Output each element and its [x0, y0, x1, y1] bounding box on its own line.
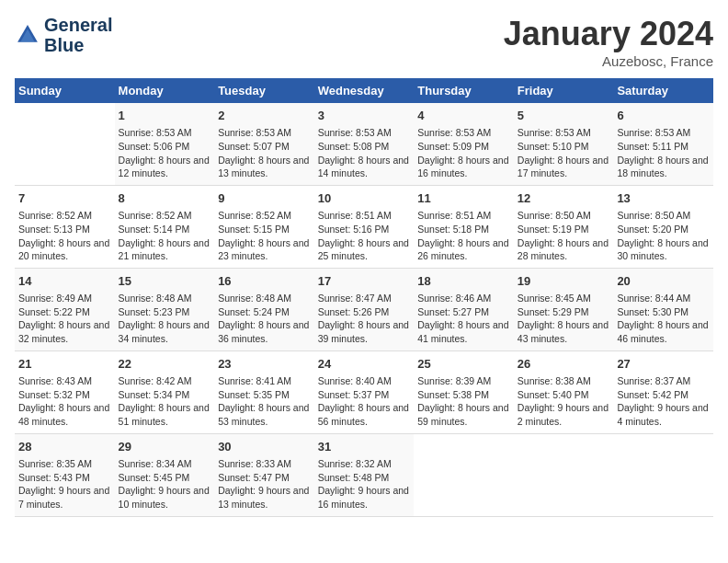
calendar-cell: 14Sunrise: 8:49 AMSunset: 5:22 PMDayligh…: [15, 268, 115, 350]
calendar-cell: 19Sunrise: 8:45 AMSunset: 5:29 PMDayligh…: [514, 268, 614, 350]
calendar-cell: 18Sunrise: 8:46 AMSunset: 5:27 PMDayligh…: [414, 268, 514, 350]
day-number: 4: [417, 108, 510, 124]
calendar-cell: 11Sunrise: 8:51 AMSunset: 5:18 PMDayligh…: [414, 185, 514, 268]
calendar-week-row: 7Sunrise: 8:52 AMSunset: 5:13 PMDaylight…: [15, 185, 713, 268]
day-info: Sunrise: 8:40 AMSunset: 5:37 PMDaylight:…: [318, 374, 411, 429]
day-info: Sunrise: 8:53 AMSunset: 5:08 PMDaylight:…: [318, 126, 411, 180]
page-header: General Blue January 2024 Auzebosc, Fran…: [15, 15, 713, 69]
calendar-cell: [414, 433, 514, 516]
calendar-cell: 17Sunrise: 8:47 AMSunset: 5:26 PMDayligh…: [314, 268, 415, 350]
calendar-cell: 15Sunrise: 8:48 AMSunset: 5:23 PMDayligh…: [115, 268, 215, 350]
day-info: Sunrise: 8:53 AMSunset: 5:07 PMDaylight:…: [218, 126, 311, 180]
location: Auzebosc, France: [504, 53, 713, 69]
day-number: 8: [119, 190, 211, 207]
day-number: 19: [518, 273, 610, 290]
day-info: Sunrise: 8:53 AMSunset: 5:09 PMDaylight:…: [417, 126, 510, 180]
calendar-cell: 8Sunrise: 8:52 AMSunset: 5:14 PMDaylight…: [115, 185, 215, 268]
day-number: 3: [318, 108, 411, 124]
day-info: Sunrise: 8:53 AMSunset: 5:10 PMDaylight:…: [518, 126, 610, 180]
day-info: Sunrise: 8:47 AMSunset: 5:26 PMDaylight:…: [318, 292, 411, 346]
day-number: 17: [318, 273, 411, 290]
calendar-cell: 1Sunrise: 8:53 AMSunset: 5:06 PMDaylight…: [115, 103, 215, 185]
calendar-table: SundayMondayTuesdayWednesdayThursdayFrid…: [15, 78, 713, 517]
calendar-cell: 26Sunrise: 8:38 AMSunset: 5:40 PMDayligh…: [514, 350, 614, 433]
calendar-cell: 22Sunrise: 8:42 AMSunset: 5:34 PMDayligh…: [115, 350, 215, 433]
calendar-week-row: 14Sunrise: 8:49 AMSunset: 5:22 PMDayligh…: [15, 268, 713, 350]
day-number: 25: [417, 356, 510, 373]
day-info: Sunrise: 8:48 AMSunset: 5:23 PMDaylight:…: [119, 292, 211, 346]
day-number: 29: [119, 439, 211, 455]
day-info: Sunrise: 8:53 AMSunset: 5:11 PMDaylight:…: [617, 126, 710, 180]
day-info: Sunrise: 8:46 AMSunset: 5:27 PMDaylight:…: [417, 292, 510, 346]
day-number: 22: [119, 356, 211, 373]
title-block: January 2024 Auzebosc, France: [504, 15, 713, 69]
day-info: Sunrise: 8:52 AMSunset: 5:14 PMDaylight:…: [119, 209, 211, 263]
calendar-cell: 29Sunrise: 8:34 AMSunset: 5:45 PMDayligh…: [115, 433, 215, 516]
day-number: 31: [318, 439, 411, 455]
calendar-cell: 24Sunrise: 8:40 AMSunset: 5:37 PMDayligh…: [314, 350, 415, 433]
day-info: Sunrise: 8:41 AMSunset: 5:35 PMDaylight:…: [218, 374, 311, 429]
day-info: Sunrise: 8:52 AMSunset: 5:13 PMDaylight:…: [18, 209, 111, 263]
header-day: Monday: [115, 78, 215, 103]
calendar-cell: 2Sunrise: 8:53 AMSunset: 5:07 PMDaylight…: [214, 103, 314, 185]
day-number: 18: [417, 273, 510, 290]
calendar-cell: 4Sunrise: 8:53 AMSunset: 5:09 PMDaylight…: [414, 103, 514, 185]
month-title: January 2024: [504, 15, 713, 53]
day-info: Sunrise: 8:43 AMSunset: 5:32 PMDaylight:…: [18, 374, 111, 429]
day-info: Sunrise: 8:51 AMSunset: 5:16 PMDaylight:…: [318, 209, 411, 263]
header-row: SundayMondayTuesdayWednesdayThursdayFrid…: [15, 78, 713, 103]
calendar-cell: 9Sunrise: 8:52 AMSunset: 5:15 PMDaylight…: [214, 185, 314, 268]
calendar-cell: 12Sunrise: 8:50 AMSunset: 5:19 PMDayligh…: [514, 185, 614, 268]
day-info: Sunrise: 8:53 AMSunset: 5:06 PMDaylight:…: [119, 126, 211, 180]
day-number: 27: [617, 356, 710, 373]
calendar-cell: 25Sunrise: 8:39 AMSunset: 5:38 PMDayligh…: [414, 350, 514, 433]
day-number: 16: [218, 273, 311, 290]
day-info: Sunrise: 8:38 AMSunset: 5:40 PMDaylight:…: [518, 374, 610, 429]
calendar-cell: 20Sunrise: 8:44 AMSunset: 5:30 PMDayligh…: [613, 268, 713, 350]
day-number: 14: [18, 273, 111, 290]
day-number: 24: [318, 356, 411, 373]
header-day: Friday: [514, 78, 614, 103]
calendar-cell: 21Sunrise: 8:43 AMSunset: 5:32 PMDayligh…: [15, 350, 115, 433]
calendar-cell: 31Sunrise: 8:32 AMSunset: 5:48 PMDayligh…: [314, 433, 415, 516]
day-number: 30: [218, 439, 311, 455]
calendar-cell: [15, 103, 115, 185]
day-info: Sunrise: 8:35 AMSunset: 5:43 PMDaylight:…: [18, 457, 111, 511]
day-number: 23: [218, 356, 311, 373]
day-number: 12: [518, 190, 610, 207]
day-info: Sunrise: 8:33 AMSunset: 5:47 PMDaylight:…: [218, 457, 311, 511]
day-number: 20: [617, 273, 710, 290]
calendar-week-row: 28Sunrise: 8:35 AMSunset: 5:43 PMDayligh…: [15, 433, 713, 516]
day-number: 7: [18, 190, 111, 207]
day-number: 21: [18, 356, 111, 373]
day-number: 11: [417, 190, 510, 207]
calendar-cell: 6Sunrise: 8:53 AMSunset: 5:11 PMDaylight…: [613, 103, 713, 185]
calendar-week-row: 1Sunrise: 8:53 AMSunset: 5:06 PMDaylight…: [15, 103, 713, 185]
day-info: Sunrise: 8:49 AMSunset: 5:22 PMDaylight:…: [18, 292, 111, 346]
day-info: Sunrise: 8:48 AMSunset: 5:24 PMDaylight:…: [218, 292, 311, 346]
logo: General Blue: [15, 15, 112, 55]
logo-icon: [15, 22, 40, 48]
calendar-cell: [613, 433, 713, 516]
day-number: 15: [119, 273, 211, 290]
day-number: 10: [318, 190, 411, 207]
header-day: Saturday: [613, 78, 713, 103]
calendar-cell: 28Sunrise: 8:35 AMSunset: 5:43 PMDayligh…: [15, 433, 115, 516]
calendar-cell: 7Sunrise: 8:52 AMSunset: 5:13 PMDaylight…: [15, 185, 115, 268]
calendar-cell: [514, 433, 614, 516]
logo-text: General Blue: [44, 15, 112, 55]
calendar-cell: 13Sunrise: 8:50 AMSunset: 5:20 PMDayligh…: [613, 185, 713, 268]
calendar-cell: 10Sunrise: 8:51 AMSunset: 5:16 PMDayligh…: [314, 185, 415, 268]
day-info: Sunrise: 8:50 AMSunset: 5:20 PMDaylight:…: [617, 209, 710, 263]
day-number: 1: [119, 108, 211, 124]
day-info: Sunrise: 8:52 AMSunset: 5:15 PMDaylight:…: [218, 209, 311, 263]
day-info: Sunrise: 8:50 AMSunset: 5:19 PMDaylight:…: [518, 209, 610, 263]
day-number: 28: [18, 439, 111, 455]
day-info: Sunrise: 8:39 AMSunset: 5:38 PMDaylight:…: [417, 374, 510, 429]
calendar-cell: 5Sunrise: 8:53 AMSunset: 5:10 PMDaylight…: [514, 103, 614, 185]
day-number: 6: [617, 108, 710, 124]
calendar-cell: 3Sunrise: 8:53 AMSunset: 5:08 PMDaylight…: [314, 103, 415, 185]
day-number: 2: [218, 108, 311, 124]
calendar-cell: 27Sunrise: 8:37 AMSunset: 5:42 PMDayligh…: [613, 350, 713, 433]
day-number: 13: [617, 190, 710, 207]
